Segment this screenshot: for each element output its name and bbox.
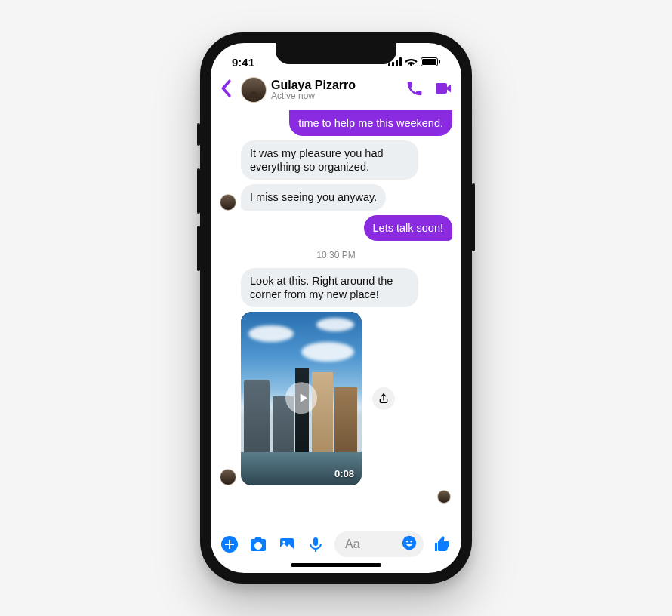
sender-avatar-icon [220, 469, 236, 485]
video-duration: 0:08 [334, 468, 354, 479]
svg-point-12 [282, 541, 285, 543]
notch [276, 43, 396, 64]
battery-icon [421, 57, 440, 66]
open-actions-button[interactable] [220, 534, 239, 554]
message-in-row: I miss seeing you anyway. [220, 184, 452, 210]
composer: Aa [211, 525, 461, 562]
conversation[interactable]: time to help me this weekend. It was my … [211, 107, 461, 525]
volume-down-button [197, 226, 200, 271]
avatar[interactable] [241, 77, 267, 103]
thumbs-up-button[interactable] [433, 534, 452, 554]
svg-rect-9 [225, 544, 234, 545]
phone-frame: 9:41 [200, 32, 472, 584]
message-bubble[interactable]: Look at this. Right around the corner fr… [241, 268, 418, 307]
message-bubble[interactable]: It was my pleasure you had everything so… [241, 140, 418, 180]
svg-rect-0 [388, 63, 390, 66]
message-out-partial: time to help me this weekend. [220, 110, 452, 136]
emoji-button[interactable] [401, 534, 418, 554]
message-in-row: It was my pleasure you had everything so… [220, 140, 452, 180]
power-button [472, 183, 475, 251]
microphone-button[interactable] [306, 534, 325, 554]
audio-call-button[interactable] [405, 79, 424, 100]
svg-rect-3 [399, 57, 402, 66]
svg-rect-1 [392, 62, 394, 66]
message-bubble[interactable]: Lets talk soon! [364, 215, 453, 241]
message-out-row: Lets talk soon! [220, 215, 452, 241]
seen-avatar-icon [437, 490, 451, 504]
presence-label: Active now [271, 91, 401, 101]
contact-block[interactable]: Gulaya Pizarro Active now [271, 79, 401, 102]
svg-point-14 [406, 541, 408, 543]
wifi-icon [405, 57, 418, 66]
chat-header: Gulaya Pizarro Active now [211, 73, 461, 107]
input-placeholder: Aa [345, 537, 360, 551]
gallery-button[interactable] [277, 534, 297, 554]
seen-indicator-row [220, 490, 452, 504]
volume-up-button [197, 168, 200, 214]
mute-switch [197, 123, 200, 146]
video-call-button[interactable] [434, 79, 452, 100]
svg-point-10 [256, 544, 260, 548]
timestamp: 10:30 PM [220, 250, 452, 260]
svg-rect-6 [439, 60, 440, 64]
status-indicators [388, 57, 440, 66]
svg-point-15 [410, 541, 412, 543]
message-in-row: Look at this. Right around the corner fr… [220, 268, 452, 307]
sender-avatar-icon [220, 194, 236, 211]
message-input[interactable]: Aa [334, 531, 424, 557]
svg-point-13 [402, 536, 416, 550]
share-icon [378, 393, 390, 405]
message-bubble[interactable]: time to help me this weekend. [289, 110, 452, 136]
video-attachment[interactable]: 0:08 [241, 312, 362, 485]
status-time: 9:41 [232, 56, 254, 69]
contact-name: Gulaya Pizarro [271, 79, 401, 92]
share-button[interactable] [372, 387, 395, 410]
camera-button[interactable] [248, 534, 268, 554]
svg-rect-2 [396, 60, 398, 66]
play-icon[interactable] [285, 382, 317, 414]
back-button[interactable] [215, 76, 236, 103]
home-indicator [291, 563, 381, 567]
video-thumbnail: 0:08 [241, 312, 362, 485]
message-bubble[interactable]: I miss seeing you anyway. [241, 184, 386, 210]
screen: 9:41 [211, 43, 461, 573]
video-message-row: 0:08 [220, 312, 452, 485]
svg-rect-5 [422, 59, 436, 65]
